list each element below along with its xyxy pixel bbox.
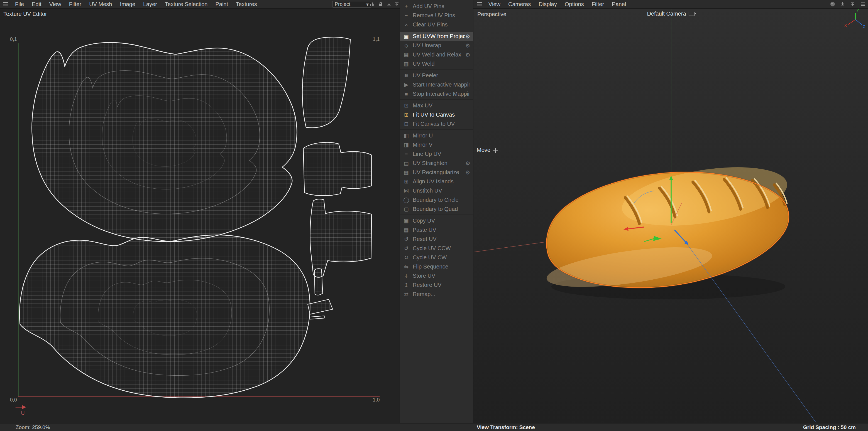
menu-vp-cameras[interactable]: Cameras bbox=[504, 0, 535, 8]
grid-spacing-status: Grid Spacing : 50 cm bbox=[803, 424, 856, 430]
uv-corner-bottom-right: 1,0 bbox=[373, 397, 380, 403]
bar-chart-icon[interactable] bbox=[369, 1, 375, 7]
mirror-v-icon: ◨ bbox=[403, 142, 410, 148]
menu-item-cycle-uv-ccw[interactable]: ↺ Cycle UV CCW bbox=[400, 244, 473, 253]
menu-edit[interactable]: Edit bbox=[28, 0, 45, 8]
view-mode-label[interactable]: Perspective bbox=[477, 11, 506, 18]
menu-filter[interactable]: Filter bbox=[65, 0, 85, 8]
menu-item-uv-weld[interactable]: ▥ UV Weld bbox=[400, 59, 473, 68]
menu-item-mirror-v[interactable]: ◨ Mirror V bbox=[400, 140, 473, 150]
menu-file[interactable]: File bbox=[11, 0, 28, 8]
menu-item-boundary-to-quad[interactable]: ▢ Boundary to Quad bbox=[400, 204, 473, 214]
menu-vp-filter[interactable]: Filter bbox=[588, 0, 608, 8]
menu-item-uv-unwrap[interactable]: ◇ UV Unwrap ⚙ bbox=[400, 41, 473, 50]
menu-item-store-uv[interactable]: ↧ Store UV bbox=[400, 271, 473, 280]
menu-item-uv-straighten[interactable]: ▤ UV Straighten ⚙ bbox=[400, 159, 473, 168]
start-mapping-icon: ▶ bbox=[403, 81, 410, 88]
menu-item-boundary-to-circle[interactable]: ◯ Boundary to Circle bbox=[400, 195, 473, 204]
store-uv-icon: ↧ bbox=[403, 273, 410, 279]
main-menu-icon[interactable] bbox=[2, 0, 10, 8]
uv-straighten-icon: ▤ bbox=[403, 160, 410, 166]
application-window: File Edit View Filter UV Mesh Image Laye… bbox=[0, 0, 868, 431]
mirror-u-icon: ◧ bbox=[403, 132, 410, 139]
menu-item-remap[interactable]: ⇄ Remap... bbox=[400, 290, 473, 299]
uv-canvas[interactable]: 0,1 1,1 0,0 1,0 U bbox=[0, 17, 400, 421]
menu-layer[interactable]: Layer bbox=[139, 0, 161, 8]
export-icon[interactable] bbox=[394, 1, 400, 7]
menu-item-align-uv-islands[interactable]: ⊞ Align UV Islands bbox=[400, 177, 473, 186]
gear-icon[interactable]: ⚙ bbox=[465, 33, 470, 40]
camera-icon bbox=[689, 12, 694, 16]
panel-title: Texture UV Editor bbox=[3, 11, 47, 17]
menu-vp-options[interactable]: Options bbox=[561, 0, 588, 8]
menu-vp-display[interactable]: Display bbox=[535, 0, 561, 8]
project-dropdown-label: Project bbox=[335, 1, 350, 7]
project-dropdown[interactable]: Project ▾ bbox=[332, 1, 371, 7]
menu-item-mirror-u[interactable]: ◧ Mirror U bbox=[400, 131, 473, 140]
fit-uv-to-canvas-icon: ⊞ bbox=[403, 111, 410, 118]
gear-icon[interactable]: ⚙ bbox=[465, 169, 470, 176]
tool-group-clipboard: ▣ Copy UV ▦ Paste UV ↺ Reset UV ↺ Cycle … bbox=[400, 216, 473, 300]
menu-item-line-up-uv[interactable]: ≡ Line Up UV bbox=[400, 150, 473, 159]
camera-selector-label: Default Camera bbox=[647, 10, 686, 17]
active-tool-label: Move bbox=[477, 147, 490, 153]
gear-icon[interactable]: ⚙ bbox=[465, 160, 470, 167]
menu-item-cycle-uv-cw[interactable]: ↻ Cycle UV CW bbox=[400, 253, 473, 262]
menu-item-stop-interactive-mapping[interactable]: ■ Stop Interactive Mapping bbox=[400, 89, 473, 99]
menu-item-set-uvw-from-projection[interactable]: ▣ Set UVW from Projection ⚙ bbox=[400, 32, 473, 41]
menu-uv-mesh[interactable]: UV Mesh bbox=[85, 0, 116, 8]
tool-group-projection: ▣ Set UVW from Projection ⚙ ◇ UV Unwrap … bbox=[400, 32, 473, 70]
menu-icon[interactable] bbox=[860, 1, 866, 7]
gear-icon[interactable]: ⚙ bbox=[465, 42, 470, 49]
camera-selector[interactable]: Default Camera bbox=[647, 10, 694, 17]
paste-uv-icon: ▦ bbox=[403, 227, 410, 233]
lock-icon[interactable] bbox=[378, 1, 384, 7]
menu-item-copy-uv[interactable]: ▣ Copy UV bbox=[400, 216, 473, 225]
import-icon[interactable] bbox=[840, 1, 846, 7]
menu-item-restore-uv[interactable]: ↥ Restore UV bbox=[400, 280, 473, 290]
fit-canvas-to-uv-icon: ⊟ bbox=[403, 121, 410, 127]
menu-item-flip-sequence[interactable]: ⇋ Flip Sequence bbox=[400, 262, 473, 271]
menu-paint[interactable]: Paint bbox=[211, 0, 232, 8]
gear-icon[interactable]: ⚙ bbox=[465, 52, 470, 58]
import-icon[interactable] bbox=[386, 1, 392, 7]
menu-vp-panel[interactable]: Panel bbox=[608, 0, 630, 8]
menu-item-uv-rectangularize[interactable]: ▦ UV Rectangularize ⚙ bbox=[400, 168, 473, 177]
flip-sequence-icon: ⇋ bbox=[403, 264, 410, 270]
clear-uv-pins-icon: × bbox=[403, 22, 410, 28]
menu-item-remove-uv-pins[interactable]: − Remove UV Pins bbox=[400, 11, 473, 20]
menu-item-clear-uv-pins[interactable]: × Clear UV Pins bbox=[400, 20, 473, 29]
stop-mapping-icon: ■ bbox=[403, 91, 410, 97]
viewport-canvas[interactable]: Y X Z bbox=[473, 8, 868, 423]
export-icon[interactable] bbox=[849, 1, 856, 7]
menu-item-fit-canvas-to-uv[interactable]: ⊟ Fit Canvas to UV bbox=[400, 119, 473, 129]
menu-item-uv-peeler[interactable]: ≋ UV Peeler bbox=[400, 71, 473, 80]
menu-vp-view[interactable]: View bbox=[485, 0, 504, 8]
menu-item-max-uv[interactable]: ⊡ Max UV bbox=[400, 101, 473, 110]
menu-item-start-interactive-mapping[interactable]: ▶ Start Interactive Mapping bbox=[400, 80, 473, 89]
viewport-menu-icon[interactable] bbox=[475, 0, 484, 8]
menu-textures[interactable]: Textures bbox=[232, 0, 261, 8]
remove-uv-pins-icon: − bbox=[403, 12, 410, 19]
menu-item-uv-weld-and-relax[interactable]: ▦ UV Weld and Relax ⚙ bbox=[400, 50, 473, 59]
uv-island-top[interactable] bbox=[32, 42, 297, 242]
menu-item-fit-uv-to-canvas[interactable]: ⊞ Fit UV to Canvas bbox=[400, 110, 473, 119]
tool-group-arrange: ◧ Mirror U ◨ Mirror V ≡ Line Up UV ▤ UV … bbox=[400, 131, 473, 215]
menu-item-paste-uv[interactable]: ▦ Paste UV bbox=[400, 225, 473, 235]
window-controls bbox=[830, 0, 866, 8]
menu-texture-selection[interactable]: Texture Selection bbox=[161, 0, 211, 8]
menu-item-add-uv-pins[interactable]: + Add UV Pins bbox=[400, 2, 473, 11]
menu-item-unstitch-uv[interactable]: ⋈ Unstitch UV bbox=[400, 186, 473, 195]
menu-item-reset-uv[interactable]: ↺ Reset UV bbox=[400, 235, 473, 244]
cycle-uv-ccw-icon: ↺ bbox=[403, 245, 410, 252]
menu-image[interactable]: Image bbox=[116, 0, 139, 8]
uv-corner-top-right: 1,1 bbox=[373, 36, 380, 42]
set-uvw-projection-icon: ▣ bbox=[403, 33, 410, 39]
view-transform-status: View Transform: Scene bbox=[477, 424, 535, 430]
sphere-icon[interactable] bbox=[830, 1, 836, 7]
uv-island-sliver[interactable] bbox=[314, 269, 323, 295]
viewport-3d[interactable]: Y X Z Perspective Default Camera Move bbox=[473, 8, 868, 423]
uv-rectangularize-icon: ▦ bbox=[403, 169, 410, 175]
menu-view[interactable]: View bbox=[45, 0, 65, 8]
u-axis-label: U bbox=[21, 410, 25, 416]
